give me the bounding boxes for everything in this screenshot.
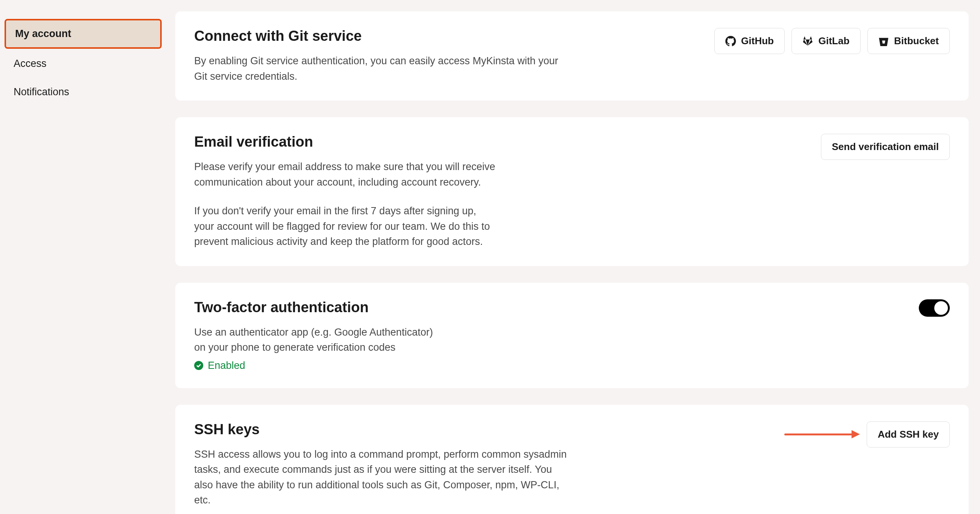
button-label: Bitbucket	[894, 35, 939, 47]
sidebar: My account Access Notifications	[0, 0, 166, 514]
button-label: Send verification email	[832, 141, 939, 153]
github-icon	[725, 36, 736, 46]
card-two-factor: Two-factor authentication Use an authent…	[175, 283, 969, 388]
toggle-knob	[934, 301, 948, 315]
annotation-arrow	[784, 432, 860, 436]
button-label: GitHub	[741, 35, 774, 47]
button-label: Add SSH key	[878, 428, 939, 440]
card-title-2fa: Two-factor authentication	[194, 299, 444, 315]
bitbucket-button[interactable]: Bitbucket	[867, 28, 950, 54]
git-buttons: GitHub GitLab Bitbucket	[714, 28, 950, 54]
button-label: GitLab	[818, 35, 849, 47]
card-title-email: Email verification	[194, 134, 496, 150]
two-factor-toggle[interactable]	[919, 299, 950, 317]
card-desc-email-1: Please verify your email address to make…	[194, 159, 496, 190]
add-ssh-key-button[interactable]: Add SSH key	[867, 422, 950, 447]
sidebar-item-label: My account	[15, 28, 72, 39]
bitbucket-icon	[878, 36, 889, 46]
sidebar-item-label: Notifications	[14, 86, 69, 97]
sidebar-item-notifications[interactable]: Notifications	[5, 79, 162, 105]
sidebar-item-access[interactable]: Access	[5, 50, 162, 77]
card-title-git: Connect with Git service	[194, 28, 572, 44]
card-desc-2fa: Use an authenticator app (e.g. Google Au…	[194, 325, 444, 355]
status-text: Enabled	[208, 360, 245, 371]
check-circle-icon	[194, 361, 203, 370]
card-git-service: Connect with Git service By enabling Git…	[175, 11, 969, 100]
card-email-verification: Email verification Please verify your em…	[175, 117, 969, 266]
card-ssh-keys: SSH keys SSH access allows you to log in…	[175, 405, 969, 514]
gitlab-button[interactable]: GitLab	[791, 28, 860, 54]
main-content: Connect with Git service By enabling Git…	[166, 0, 980, 514]
status-enabled: Enabled	[194, 360, 444, 371]
gitlab-icon	[802, 36, 813, 46]
sidebar-item-my-account[interactable]: My account	[5, 19, 162, 49]
card-desc-email-2: If you don't verify your email in the fi…	[194, 203, 496, 250]
card-desc-git: By enabling Git service authentication, …	[194, 53, 572, 84]
card-desc-ssh: SSH access allows you to log into a comm…	[194, 447, 572, 508]
card-title-ssh: SSH keys	[194, 422, 572, 438]
send-verification-email-button[interactable]: Send verification email	[821, 134, 950, 160]
sidebar-item-label: Access	[14, 58, 46, 69]
github-button[interactable]: GitHub	[714, 28, 785, 54]
